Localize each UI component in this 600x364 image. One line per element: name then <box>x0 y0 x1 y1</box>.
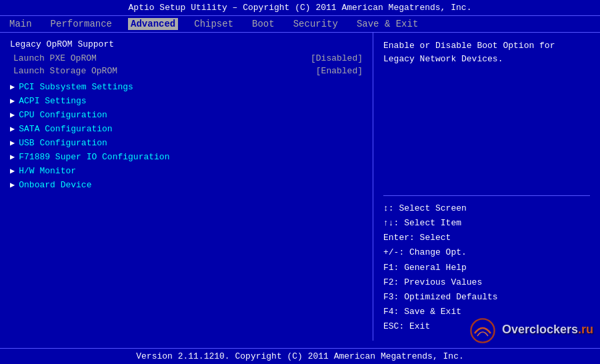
nav-item-label: PCI Subsystem Settings <box>19 82 133 92</box>
nav-item[interactable]: ▶CPU Configuration <box>10 109 363 121</box>
settings-list: Launch PXE OpROM[Disabled]Launch Storage… <box>10 53 363 76</box>
watermark-text: Overclockers.ru <box>502 323 593 336</box>
left-panel: Legacy OpROM Support Launch PXE OpROM[Di… <box>0 33 373 341</box>
menu-item-save---exit[interactable]: Save & Exit <box>354 18 421 30</box>
nav-item-label: CPU Configuration <box>19 110 107 120</box>
nav-item-label: SATA Configuration <box>19 124 112 134</box>
setting-value[interactable]: [Enabled] <box>316 66 363 76</box>
setting-label: Launch Storage OpROM <box>13 66 117 76</box>
nav-item-label: ACPI Settings <box>19 96 86 106</box>
menu-bar: MainPerformanceAdvancedChipsetBootSecuri… <box>0 16 600 33</box>
nav-arrow-icon: ▶ <box>10 110 15 120</box>
key-help: ↕: Select Screen↑↓: Select ItemEnter: Se… <box>383 196 590 334</box>
key-help-item: +/-: Change Opt. <box>383 245 590 260</box>
watermark-logo-icon <box>469 317 496 344</box>
key-help-item: F1: General Help <box>383 261 590 275</box>
nav-arrow-icon: ▶ <box>10 82 15 92</box>
section-title: Legacy OpROM Support <box>10 39 363 49</box>
menu-item-main[interactable]: Main <box>7 18 35 30</box>
nav-item[interactable]: ▶H/W Monitor <box>10 165 363 177</box>
nav-item[interactable]: ▶Onboard Device <box>10 179 363 191</box>
key-help-item: Enter: Select <box>383 231 590 245</box>
nav-arrow-icon: ▶ <box>10 180 15 190</box>
nav-item[interactable]: ▶ACPI Settings <box>10 95 363 107</box>
right-panel: Enable or Disable Boot Option for Legacy… <box>373 33 600 341</box>
key-help-item: ↑↓: Select Item <box>383 216 590 231</box>
setting-row: Launch PXE OpROM[Disabled] <box>10 53 363 63</box>
nav-arrow-icon: ▶ <box>10 152 15 162</box>
key-help-item: F2: Previous Values <box>383 275 590 290</box>
menu-item-boot[interactable]: Boot <box>249 18 277 30</box>
title-bar: Aptio Setup Utility – Copyright (C) 2011… <box>0 0 600 16</box>
setting-value[interactable]: [Disabled] <box>311 53 363 63</box>
nav-item[interactable]: ▶USB Configuration <box>10 137 363 149</box>
nav-arrow-icon: ▶ <box>10 96 15 106</box>
menu-item-performance[interactable]: Performance <box>48 18 115 30</box>
svg-point-0 <box>471 319 495 342</box>
menu-item-chipset[interactable]: Chipset <box>191 18 236 30</box>
setting-label: Launch PXE OpROM <box>13 53 97 63</box>
bottom-bar: Version 2.11.1210. Copyright (C) 2011 Am… <box>0 348 600 364</box>
nav-arrow-icon: ▶ <box>10 166 15 176</box>
nav-list: ▶PCI Subsystem Settings▶ACPI Settings▶CP… <box>10 81 363 191</box>
menu-item-security[interactable]: Security <box>291 18 341 30</box>
bottom-text: Version 2.11.1210. Copyright (C) 2011 Am… <box>136 351 463 361</box>
nav-item[interactable]: ▶F71889 Super IO Configuration <box>10 151 363 163</box>
nav-item[interactable]: ▶SATA Configuration <box>10 123 363 135</box>
key-help-item: ↕: Select Screen <box>383 201 590 216</box>
nav-item[interactable]: ▶PCI Subsystem Settings <box>10 81 363 93</box>
nav-arrow-icon: ▶ <box>10 124 15 134</box>
nav-item-label: Onboard Device <box>19 180 91 190</box>
main-content: Legacy OpROM Support Launch PXE OpROM[Di… <box>0 33 600 341</box>
setting-row: Launch Storage OpROM[Enabled] <box>10 66 363 76</box>
nav-item-label: USB Configuration <box>19 138 107 148</box>
key-help-item: F3: Optimized Defaults <box>383 290 590 305</box>
help-text-content: Enable or Disable Boot Option for Legacy… <box>383 41 555 64</box>
help-text: Enable or Disable Boot Option for Legacy… <box>383 39 590 196</box>
nav-item-label: F71889 Super IO Configuration <box>19 152 169 162</box>
menu-item-advanced[interactable]: Advanced <box>128 18 178 30</box>
title-text: Aptio Setup Utility – Copyright (C) 2011… <box>129 3 472 13</box>
nav-item-label: H/W Monitor <box>19 166 76 176</box>
nav-arrow-icon: ▶ <box>10 138 15 148</box>
watermark: Overclockers.ru <box>469 317 593 344</box>
